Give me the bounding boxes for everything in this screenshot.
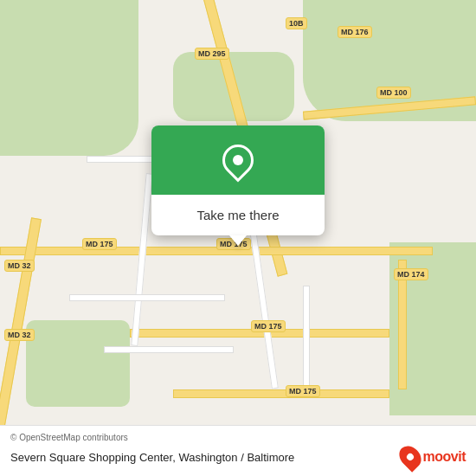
- route-label-md176: MD 176: [338, 26, 372, 38]
- location-title: Severn Square Shopping Center, Washingto…: [10, 451, 294, 464]
- popup-button-area[interactable]: Take me there: [151, 195, 325, 235]
- pin-inner: [231, 153, 246, 168]
- popup-header: [151, 125, 325, 195]
- route-label-md175d: MD 175: [286, 385, 320, 397]
- road-local: [303, 286, 310, 389]
- moovit-logo: moovit: [401, 445, 466, 469]
- road-local: [104, 346, 234, 353]
- map-container: MD 295MD 175MD 175MD 175MD 175MD 32MD 32…: [0, 0, 476, 476]
- road-md175-bottom: [173, 389, 389, 398]
- moovit-pin-icon: [395, 441, 425, 472]
- route-label-md295: MD 295: [195, 48, 229, 60]
- route-label-10b: 10B: [286, 17, 307, 29]
- route-label-md175c: MD 175: [251, 320, 286, 332]
- green-area: [26, 320, 130, 407]
- green-area: [0, 0, 138, 156]
- take-me-there-button[interactable]: Take me there: [188, 203, 287, 227]
- route-label-md174: MD 174: [394, 268, 428, 280]
- footer-bar: © OpenStreetMap contributors Severn Squa…: [0, 425, 476, 476]
- footer-title-row: Severn Square Shopping Center, Washingto…: [10, 445, 466, 469]
- route-label-md32left: MD 32: [4, 260, 35, 272]
- road-local: [69, 294, 225, 301]
- route-label-md100: MD 100: [376, 87, 411, 99]
- moovit-text: moovit: [423, 449, 466, 465]
- location-pin: [221, 143, 255, 177]
- copyright-text: © OpenStreetMap contributors: [10, 433, 466, 442]
- route-label-md32a: MD 32: [4, 329, 35, 341]
- popup-card: Take me there: [151, 125, 325, 235]
- pin-outer: [216, 138, 261, 183]
- route-label-md175a: MD 175: [82, 238, 117, 250]
